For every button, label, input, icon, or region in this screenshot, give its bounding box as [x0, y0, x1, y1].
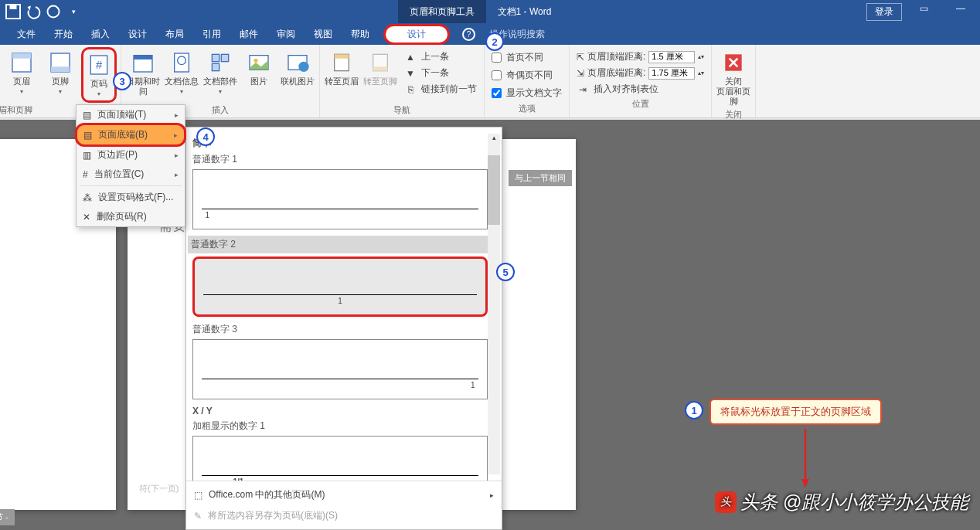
footer-dist-input[interactable]: [648, 67, 695, 80]
gallery-plain3[interactable]: 1: [192, 339, 488, 399]
menu-page-margins[interactable]: ▥页边距(P)▸: [77, 145, 185, 165]
svg-point-17: [254, 59, 257, 63]
gallery-item-label: 普通数字 1: [192, 153, 488, 166]
quickparts-button[interactable]: 文档部件: [202, 47, 238, 103]
header-dist-input[interactable]: [648, 51, 695, 63]
more-from-office-button[interactable]: ⬚Office.com 中的其他页码(M)▸: [186, 484, 502, 505]
ribbon-options-icon[interactable]: ▭: [908, 3, 939, 21]
gallery-scrollbar[interactable]: ▴: [488, 134, 500, 474]
footer-button[interactable]: 页脚: [43, 47, 78, 103]
goto-header-button[interactable]: 转至页眉: [324, 47, 359, 103]
annotation-1: 1: [685, 401, 703, 420]
tab-design-context[interactable]: 设计: [383, 24, 450, 45]
gallery-item-label: 加粗显示的数字 1: [192, 420, 488, 433]
tab-file[interactable]: 文件: [8, 23, 45, 45]
link-previous-button[interactable]: ⎘链接到前一节: [401, 82, 480, 97]
page-top-icon: ▤: [83, 110, 91, 121]
page-bottom-icon: ▤: [83, 130, 92, 141]
tab-review[interactable]: 审阅: [267, 23, 305, 45]
svg-rect-15: [212, 63, 219, 70]
tab-mailings[interactable]: 邮件: [230, 23, 267, 45]
callout-text: 将鼠标光标放置于正文的页脚区域: [709, 399, 882, 425]
tab-layout[interactable]: 布局: [156, 23, 193, 45]
svg-rect-13: [212, 54, 219, 61]
menu-top-of-page[interactable]: ▤页面顶端(T)▸: [77, 105, 185, 124]
title-bar: ▾ 页眉和页脚工具 文档1 - Word 登录 ▭ —: [0, 0, 980, 23]
office-icon: ⬚: [194, 490, 202, 501]
show-doc-text-checkbox[interactable]: 显示文档文字: [488, 85, 565, 101]
picture-button[interactable]: 图片: [241, 47, 277, 103]
annotation-4: 4: [196, 127, 215, 146]
different-first-checkbox[interactable]: 首页不同: [488, 49, 565, 66]
save-icon[interactable]: [4, 2, 22, 21]
header-button[interactable]: 页眉: [4, 47, 39, 103]
annotation-2: 2: [485, 32, 504, 51]
docinfo-button[interactable]: 文档信息: [164, 47, 199, 103]
save-gallery-icon: ✎: [194, 511, 202, 522]
group-label: 页眉和页脚: [0, 103, 46, 117]
svg-point-19: [298, 62, 308, 72]
goto-footer-button[interactable]: 转至页脚: [362, 47, 398, 103]
next-button[interactable]: ▼下一条: [401, 66, 480, 80]
svg-rect-6: [51, 66, 70, 72]
menu-remove-page-numbers[interactable]: ✕删除页码(R): [77, 207, 185, 226]
minimize-icon[interactable]: —: [945, 3, 976, 21]
login-button[interactable]: 登录: [866, 3, 902, 21]
menu-bottom-of-page[interactable]: ▤页面底端(B)▸: [75, 123, 186, 147]
tab-view[interactable]: 视图: [305, 23, 342, 45]
remove-icon: ✕: [83, 212, 90, 223]
tab-insert[interactable]: 插入: [82, 23, 119, 45]
different-oddeven-checkbox[interactable]: 奇偶页不同: [488, 67, 565, 83]
svg-rect-21: [335, 54, 349, 58]
footer-dist-icon: ⇲: [577, 68, 584, 79]
page-margin-icon: ▥: [83, 150, 91, 161]
datetime-button[interactable]: 日期和时间: [125, 47, 161, 103]
gallery-plain2[interactable]: 1: [192, 257, 488, 317]
menu-format-page-numbers[interactable]: ⁂设置页码格式(F)...: [77, 188, 185, 207]
group-position: ⇱页眉顶端距离:▴▾ ⇲页眉底端距离:▴▾ ⇥插入对齐制表位 位置: [570, 45, 712, 117]
save-selection-button[interactable]: ✎将所选内容另存为页码(底端)(S): [186, 505, 502, 526]
gallery-category: X / Y: [192, 406, 488, 416]
group-label: 位置: [573, 97, 707, 111]
undo-icon[interactable]: [24, 2, 43, 21]
tab-home[interactable]: 开始: [45, 23, 82, 45]
watermark-logo-icon: 头: [715, 491, 737, 513]
menu-current-position[interactable]: #当前位置(C)▸: [77, 165, 185, 184]
previous-button[interactable]: ▲上一条: [401, 49, 480, 64]
format-icon: ⁂: [83, 192, 92, 203]
gallery-plain1[interactable]: 1: [192, 169, 488, 229]
tab-help[interactable]: 帮助: [342, 23, 379, 45]
svg-rect-4: [12, 53, 31, 59]
group-label: 导航: [324, 103, 480, 117]
redo-icon[interactable]: [44, 2, 63, 21]
section-break-text: 符(下一页): [139, 483, 179, 494]
red-arrow-icon: [798, 421, 813, 491]
gallery-item-label: 普通数字 3: [192, 323, 488, 336]
gallery-item-label: 普通数字 2: [188, 236, 492, 253]
page-number-dropdown: ▤页面顶端(T)▸ ▤页面底端(B)▸ ▥页边距(P)▸ #当前位置(C)▸ ⁂…: [76, 104, 185, 227]
tab-references[interactable]: 引用: [193, 23, 230, 45]
group-navigation: 转至页眉 转至页脚 ▲上一条 ▼下一条 ⎘链接到前一节 导航: [320, 45, 485, 117]
svg-text:#: #: [96, 59, 103, 71]
annotation-3: 3: [113, 72, 131, 90]
svg-rect-10: [134, 56, 152, 59]
page-number-button[interactable]: # 页码: [81, 47, 117, 103]
tab-design[interactable]: 设计: [119, 23, 156, 45]
insert-align-tab-button[interactable]: ⇥插入对齐制表位: [573, 82, 707, 97]
group-options: 首页不同 奇偶页不同 显示文档文字 选项: [485, 45, 570, 117]
group-label: 选项: [488, 101, 565, 116]
group-close: 关闭页眉和页脚 关闭: [712, 45, 756, 117]
same-as-previous-tag: 与上一节相同: [509, 170, 572, 186]
tell-me-icon: ?: [462, 28, 475, 41]
gallery-bold1[interactable]: 1/1: [192, 436, 488, 481]
document-title: 文档1 - Word: [498, 5, 552, 19]
watermark: 头 头条 @跟小小筱学办公技能: [715, 490, 968, 515]
svg-rect-23: [373, 66, 388, 70]
close-header-footer-button[interactable]: 关闭页眉和页脚: [716, 47, 751, 107]
svg-rect-14: [221, 54, 228, 61]
qat-customize-icon[interactable]: ▾: [64, 2, 83, 21]
annotation-5: 5: [496, 263, 515, 281]
header-footer-tools-tab: 页眉和页脚工具: [398, 0, 486, 23]
online-picture-button[interactable]: 联机图片: [280, 47, 315, 103]
header-dist-icon: ⇱: [577, 52, 584, 63]
